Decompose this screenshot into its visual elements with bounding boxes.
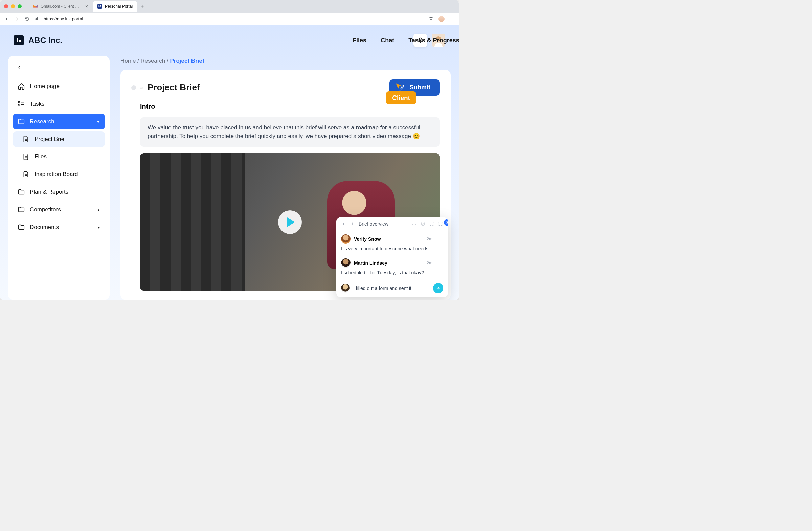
svg-point-15 xyxy=(421,222,425,226)
sidebar-item-tasks[interactable]: Tasks xyxy=(13,96,105,112)
nav-tasks[interactable]: Tasks & Progress xyxy=(408,37,459,44)
chat-input-row: I filled out a form and sent it xyxy=(336,279,448,297)
sidebar: Home page Tasks Research ▼ Project Brief xyxy=(8,56,110,300)
play-icon xyxy=(287,218,295,227)
sidebar-item-label: Home page xyxy=(30,83,60,90)
avatar-icon xyxy=(341,258,350,268)
profile-avatar-icon[interactable] xyxy=(438,16,445,22)
chevron-left-icon[interactable] xyxy=(341,221,346,226)
tab-title: Gmail.com - Client Portal ... xyxy=(41,4,81,9)
sidebar-item-documents[interactable]: Documents ▸ xyxy=(13,220,105,235)
status-indicators: ☺ xyxy=(131,85,143,90)
browser-tab-active[interactable]: Personal Portal xyxy=(93,1,137,12)
chat-input[interactable]: I filled out a form and sent it xyxy=(353,285,430,291)
chat-panel: 2 Brief overview ⋯ Verity Snow xyxy=(336,217,448,297)
sidebar-item-label: Documents xyxy=(30,224,59,230)
sidebar-item-plan[interactable]: Plan & Reports xyxy=(13,184,105,200)
chat-time: 2m xyxy=(426,237,432,241)
brand-logo[interactable]: ABC Inc. xyxy=(14,35,62,45)
portal-icon xyxy=(98,4,102,9)
arrow-right-icon xyxy=(436,286,440,291)
svg-rect-5 xyxy=(19,104,20,105)
bookmark-icon[interactable] xyxy=(428,16,434,22)
menu-icon[interactable]: ⋮ xyxy=(449,16,455,22)
nav-chat[interactable]: Chat xyxy=(381,37,394,44)
play-button[interactable] xyxy=(278,210,302,234)
browser-url-bar: https://abc.ink.portal ⋮ xyxy=(0,13,459,25)
breadcrumb-item[interactable]: Home xyxy=(120,58,136,64)
window-controls[interactable] xyxy=(4,4,21,9)
page-title: Project Brief xyxy=(147,82,200,93)
folder-icon xyxy=(18,188,25,196)
submit-label: Submit xyxy=(410,84,430,91)
more-icon[interactable]: ⋯ xyxy=(436,261,443,266)
logo-mark-icon xyxy=(14,35,24,45)
sidebar-item-label: Inspiration Board xyxy=(34,171,78,178)
browser-tab-bar: Gmail.com - Client Portal ... × Personal… xyxy=(0,0,459,13)
more-icon[interactable]: ⋯ xyxy=(411,221,417,226)
send-button[interactable] xyxy=(433,283,443,293)
sidebar-item-competitors[interactable]: Competitors ▸ xyxy=(13,202,105,218)
chat-message: Martin Lindsey 2m ⋯ I scheduled it for T… xyxy=(336,255,448,279)
collaborator-cursor: Client xyxy=(386,82,403,104)
chevron-right-icon: ▸ xyxy=(98,208,100,212)
document-icon xyxy=(22,153,30,160)
check-circle-icon[interactable] xyxy=(420,221,426,226)
chat-text: I scheduled it for Tuesday, is that okay… xyxy=(341,270,443,275)
chat-time: 2m xyxy=(426,261,432,266)
cursor-label: Client xyxy=(386,92,416,104)
avatar-icon xyxy=(341,234,350,244)
svg-rect-4 xyxy=(19,102,20,103)
app-header: ABC Inc. Files Chat Tasks & Progress xyxy=(0,25,459,56)
sidebar-item-files[interactable]: Files xyxy=(13,149,105,165)
folder-icon xyxy=(18,206,25,213)
sidebar-item-label: Files xyxy=(34,153,47,160)
chat-message: Verity Snow 2m ⋯ It's very important to … xyxy=(336,230,448,255)
chat-author: Martin Lindsey xyxy=(354,261,423,266)
new-tab-button[interactable]: + xyxy=(137,3,147,10)
cursor-icon xyxy=(394,82,403,90)
svg-rect-1 xyxy=(35,18,38,20)
brand-name: ABC Inc. xyxy=(28,36,62,45)
url-field[interactable]: https://abc.ink.portal xyxy=(44,16,424,21)
sidebar-item-home[interactable]: Home page xyxy=(13,79,105,94)
top-nav: Files Chat Tasks & Progress xyxy=(352,37,459,44)
sidebar-item-research[interactable]: Research ▼ xyxy=(13,114,105,129)
close-icon[interactable]: × xyxy=(85,4,88,9)
tab-title: Personal Portal xyxy=(105,4,133,9)
lock-icon xyxy=(34,16,39,22)
folder-icon xyxy=(18,118,25,125)
chat-title: Brief overview xyxy=(359,221,408,226)
avatar-icon xyxy=(341,284,350,293)
chevron-right-icon[interactable] xyxy=(350,221,355,226)
gmail-icon xyxy=(33,4,38,9)
chevron-down-icon: ▼ xyxy=(97,120,100,124)
back-icon[interactable] xyxy=(4,16,10,22)
more-icon[interactable]: ⋯ xyxy=(436,236,443,242)
chat-author: Verity Snow xyxy=(354,236,423,242)
tasks-icon xyxy=(18,100,25,108)
folder-icon xyxy=(18,224,25,231)
browser-tab-inactive[interactable]: Gmail.com - Client Portal ... × xyxy=(28,1,93,12)
sidebar-item-project-brief[interactable]: Project Brief xyxy=(13,131,105,147)
forward-icon[interactable] xyxy=(14,16,20,22)
sidebar-item-inspiration[interactable]: Inspiration Board xyxy=(13,167,105,182)
chevron-right-icon: ▸ xyxy=(98,225,100,229)
expand-icon[interactable] xyxy=(429,221,434,226)
chevron-left-icon xyxy=(17,65,21,70)
sidebar-back-button[interactable] xyxy=(13,64,105,76)
sidebar-item-label: Tasks xyxy=(30,101,44,107)
reload-icon[interactable] xyxy=(24,16,30,22)
breadcrumb-current: Project Brief xyxy=(170,58,204,64)
breadcrumb: Home / Research / Project Brief xyxy=(120,56,451,64)
nav-files[interactable]: Files xyxy=(352,37,366,44)
chat-text: It's very important to describe what nee… xyxy=(341,246,443,251)
intro-text-box: We value the trust you have placed in us… xyxy=(140,117,440,146)
breadcrumb-item[interactable]: Research xyxy=(141,58,165,64)
document-icon xyxy=(22,136,30,143)
sidebar-item-label: Research xyxy=(30,118,55,125)
fullscreen-icon[interactable] xyxy=(438,221,443,226)
sidebar-item-label: Project Brief xyxy=(34,136,66,143)
sidebar-item-label: Competitors xyxy=(30,206,61,213)
sidebar-item-label: Plan & Reports xyxy=(30,188,68,195)
